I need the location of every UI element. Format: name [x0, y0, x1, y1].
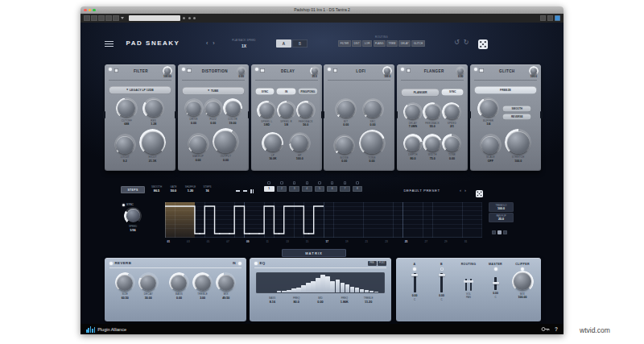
b-led[interactable] — [440, 267, 444, 271]
dropdown-tube[interactable]: ▾TUBE — [182, 87, 245, 95]
preset-menu-icon[interactable] — [113, 15, 119, 22]
minimize-window-icon[interactable] — [89, 9, 92, 12]
randomize-pattern-dice-icon[interactable] — [476, 186, 483, 201]
clipper-led[interactable] — [521, 267, 524, 271]
dash-icon[interactable] — [243, 190, 247, 191]
preset-name[interactable]: PAD SNEAKY — [105, 39, 201, 47]
compare-icon[interactable] — [91, 15, 97, 22]
seq-param-smooth[interactable]: SMOOTH86.5 — [151, 185, 163, 193]
reverb-in-led[interactable] — [238, 262, 242, 265]
dropdown-legacy-lp-12db[interactable]: ▾LEGACY LP 12DB — [109, 86, 171, 94]
module-power-led[interactable] — [328, 68, 331, 71]
pattern-button-8[interactable]: 8 — [353, 186, 363, 192]
pause-icon[interactable] — [250, 189, 254, 193]
knob-mix[interactable]: MIX100.00 — [514, 272, 531, 299]
license-key-icon[interactable] — [541, 326, 550, 332]
knob-treble[interactable]: TREBLE3.00 — [195, 275, 211, 300]
knob-mix[interactable]: MIX49.50 — [218, 275, 234, 300]
eq-param-freq[interactable]: FREQ80.0 — [291, 296, 303, 304]
matrix-button[interactable]: MATRIX — [282, 249, 346, 257]
knob-output[interactable]: OUTPUT0.00 — [214, 131, 237, 162]
window-icon[interactable] — [547, 15, 554, 22]
module-mix-knob[interactable]: 0.00 — [238, 68, 245, 78]
sequencer-preset-name[interactable]: DEFAULT PRESET — [377, 189, 467, 193]
eq-spectrum-display[interactable] — [256, 272, 385, 293]
sync-toggle[interactable]: SYNC — [122, 203, 134, 206]
knob-tone[interactable]: TONE0.00 — [444, 136, 460, 160]
module-drag-icon[interactable] — [187, 68, 192, 73]
routing-icon[interactable] — [465, 271, 473, 291]
chevron-down-icon[interactable] — [121, 17, 124, 19]
button-sync[interactable]: SYNC — [441, 89, 464, 96]
module-mix-knob[interactable]: 100.0 — [384, 68, 390, 78]
eq-param-mid[interactable]: MID0.00 — [314, 296, 326, 304]
knob-noise[interactable]: NOISE0.00 — [336, 136, 353, 163]
knob-res[interactable]: RES1.28 — [145, 99, 163, 126]
knob-bit[interactable]: BIT0.00 — [337, 100, 355, 126]
pattern-save-ring[interactable] — [306, 181, 309, 184]
pattern-button-4[interactable]: 4 — [302, 186, 312, 192]
knob-cutoff[interactable]: CUTOFF688 — [118, 99, 135, 126]
prev-preset-icon[interactable]: ‹ — [206, 40, 208, 46]
module-mix-knob[interactable]: 100.0 — [530, 68, 537, 78]
pattern-button-7[interactable]: 7 — [340, 186, 350, 192]
module-power-led[interactable] — [474, 68, 477, 71]
pattern-save-ring[interactable] — [331, 181, 334, 184]
seq-param-gate[interactable]: GATE50.0 — [167, 185, 180, 193]
help-button[interactable]: ? — [555, 326, 558, 332]
pattern-save-ring[interactable] — [344, 181, 347, 184]
eq-param-freq[interactable]: FREQ1.86K — [338, 296, 350, 304]
master-led[interactable] — [494, 267, 497, 271]
daw-dot-button[interactable] — [193, 17, 196, 19]
dropdown-freeze[interactable]: FREEZE — [474, 86, 537, 94]
redo-icon[interactable]: ↻ — [464, 39, 469, 46]
knob-color[interactable]: COLOR19.00 — [225, 101, 241, 125]
fx-toggle-delay[interactable]: DELAY — [398, 40, 411, 47]
knob-hp[interactable]: HP100.0 — [291, 134, 308, 160]
module-drag-icon[interactable] — [260, 68, 265, 73]
seq-param-shuffle[interactable]: SHUFFLE1.20 — [184, 185, 196, 193]
knob-decay[interactable]: DECAY30.00 — [140, 275, 156, 300]
b-fader[interactable] — [440, 273, 443, 292]
pattern-mode-button[interactable] — [503, 230, 507, 234]
button-in[interactable]: IN — [276, 88, 296, 95]
daw-dot-button[interactable] — [188, 17, 191, 19]
knob-locut[interactable]: LOCUT9.2 — [116, 136, 134, 163]
pattern-save-ring[interactable] — [267, 181, 270, 184]
dash-icon[interactable] — [236, 190, 240, 191]
knob-fuzz[interactable]: FUZZ0.00 — [205, 101, 221, 125]
knob-buffer[interactable]: BUFFER1/4 — [480, 99, 497, 126]
playback-speed[interactable]: PLAYBACK SPEED 1X — [226, 39, 262, 48]
module-drag-icon[interactable] — [114, 68, 119, 73]
knob-depth[interactable]: DEPTH80.0 — [405, 136, 420, 160]
write-icon[interactable] — [105, 15, 112, 22]
module-mix-knob[interactable]: 35.0 — [312, 68, 318, 78]
module-power-led[interactable] — [182, 68, 185, 71]
link-icon[interactable] — [555, 15, 561, 22]
ab-button-a[interactable]: A — [276, 39, 291, 48]
fx-toggle-glitch[interactable]: GLITCH — [411, 40, 424, 47]
steps-button[interactable]: STEPS — [121, 186, 145, 193]
knob-bass[interactable]: BASS0.00 — [171, 275, 187, 300]
pattern-button-3[interactable]: 3 — [289, 186, 299, 192]
prev-pattern-icon[interactable]: ‹ — [460, 188, 461, 193]
fx-toggle-dist[interactable]: DIST — [352, 40, 361, 47]
knob-makeup[interactable]: MAKEUP0.00 — [189, 135, 207, 162]
next-preset-icon[interactable]: › — [213, 40, 214, 46]
knob-drive[interactable]: DRIVE0.00 — [186, 101, 201, 125]
pattern-button-5[interactable]: 5 — [315, 186, 325, 192]
bypass-icon[interactable] — [84, 15, 90, 22]
module-power-led[interactable] — [401, 68, 404, 71]
module-power-led[interactable] — [255, 68, 258, 71]
dropdown-flanger[interactable]: FLANGER — [401, 89, 440, 97]
module-mix-knob[interactable]: 100.00 — [163, 68, 171, 78]
module-drag-icon[interactable] — [479, 68, 484, 73]
next-pattern-icon[interactable]: › — [464, 188, 466, 193]
pattern-button-1[interactable]: 1 — [264, 186, 275, 192]
knob-scale[interactable]: SCALEOFF — [481, 136, 499, 163]
knob-size[interactable]: SIZE60.50 — [117, 275, 133, 300]
daw-preset-field[interactable] — [129, 15, 180, 21]
module-drag-icon[interactable] — [407, 68, 411, 73]
module-mix-knob[interactable]: 0.00 — [457, 68, 464, 78]
pattern-save-ring[interactable] — [293, 181, 296, 184]
